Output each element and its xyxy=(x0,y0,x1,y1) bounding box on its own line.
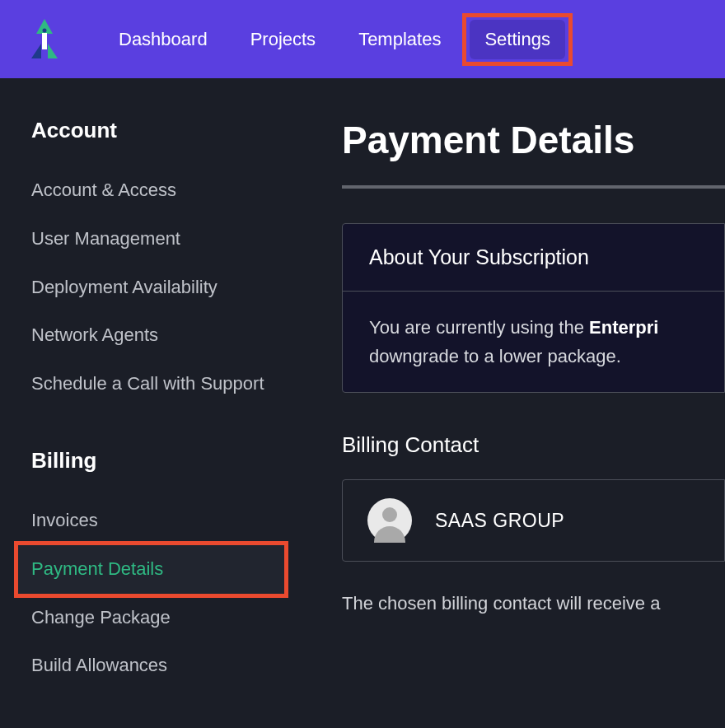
nav-projects[interactable]: Projects xyxy=(236,20,330,59)
billing-contact-name: SAAS GROUP xyxy=(435,510,564,532)
billing-contact-title: Billing Contact xyxy=(342,432,725,458)
sidebar-item-network-agents[interactable]: Network Agents xyxy=(31,311,284,360)
sidebar-item-change-package[interactable]: Change Package xyxy=(31,594,284,642)
svg-marker-2 xyxy=(31,44,41,58)
highlight-payment-details: Payment Details xyxy=(14,541,288,598)
sidebar-account-title: Account xyxy=(31,118,284,143)
svg-rect-1 xyxy=(42,33,47,49)
sidebar-item-invoices[interactable]: Invoices xyxy=(31,497,284,545)
subscription-card-header: About Your Subscription xyxy=(343,224,724,292)
highlight-settings: Settings xyxy=(462,13,573,66)
sidebar-item-build-allowances[interactable]: Build Allowances xyxy=(31,642,284,690)
subscription-text-prefix: You are currently using the xyxy=(369,317,589,338)
sidebar-item-account-access[interactable]: Account & Access xyxy=(31,166,284,215)
billing-contact-help: The chosen billing contact will receive … xyxy=(342,593,725,614)
sidebar-item-schedule-call[interactable]: Schedule a Call with Support xyxy=(31,360,284,408)
sidebar: Account Account & Access User Management… xyxy=(0,78,309,728)
svg-marker-3 xyxy=(48,44,58,58)
subscription-text-suffix: downgrade to a lower package. xyxy=(369,346,621,366)
sidebar-item-user-management[interactable]: User Management xyxy=(31,215,284,264)
svg-point-4 xyxy=(43,28,47,32)
subscription-plan: Enterpri xyxy=(589,317,658,338)
logo-icon xyxy=(26,19,63,60)
sidebar-item-deployment-availability[interactable]: Deployment Availability xyxy=(31,264,284,312)
topbar: Dashboard Projects Templates Settings xyxy=(0,0,725,78)
nav-settings[interactable]: Settings xyxy=(470,20,565,59)
main: Payment Details About Your Subscription … xyxy=(309,78,725,728)
sidebar-billing-title: Billing xyxy=(31,448,284,474)
page-title: Payment Details xyxy=(342,118,725,162)
subscription-card-body: You are currently using the Enterpri dow… xyxy=(343,292,724,392)
content: Account Account & Access User Management… xyxy=(0,78,725,728)
sidebar-item-payment-details[interactable]: Payment Details xyxy=(18,545,284,594)
billing-contact-card[interactable]: SAAS GROUP xyxy=(342,479,725,562)
subscription-card: About Your Subscription You are currentl… xyxy=(342,223,725,393)
nav-items: Dashboard Projects Templates Settings xyxy=(104,20,566,59)
nav-dashboard[interactable]: Dashboard xyxy=(104,20,222,59)
nav-templates[interactable]: Templates xyxy=(344,20,456,59)
avatar-icon xyxy=(367,498,412,543)
divider xyxy=(342,185,725,189)
